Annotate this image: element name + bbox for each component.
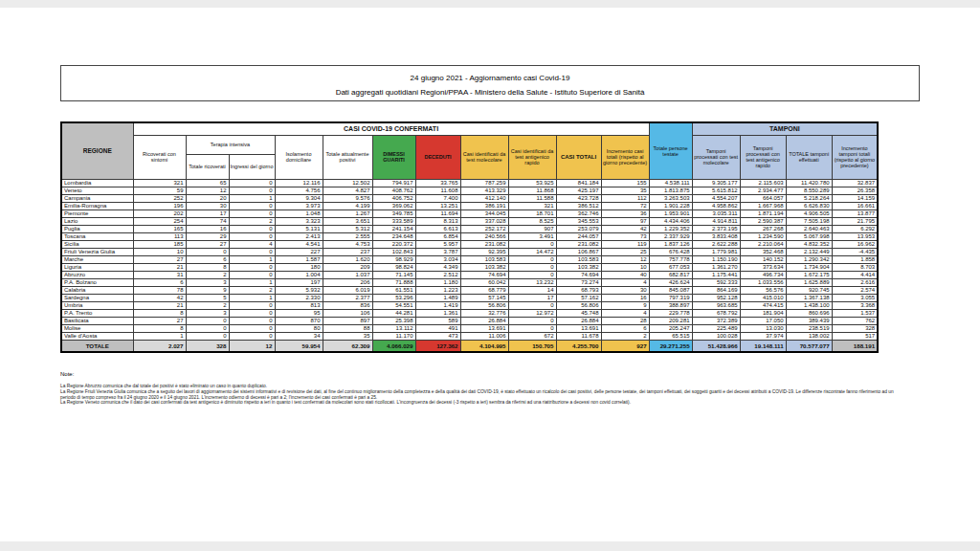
- value-cell: 14.159: [832, 194, 878, 202]
- value-cell: 8: [133, 309, 186, 317]
- value-cell: 98.824: [372, 263, 415, 271]
- value-cell: 1: [133, 332, 186, 340]
- value-cell: 3.368: [832, 301, 878, 309]
- group-header-casi-confermati: CASI COVID-19 CONFERMATI: [133, 122, 649, 135]
- notes-section: Note: La Regione Abruzzo comunica che da…: [60, 371, 902, 406]
- value-cell: 103.382: [460, 263, 508, 271]
- value-cell: 72: [601, 202, 649, 209]
- col-header-persone-testate: Totale persone testate: [649, 122, 692, 179]
- region-name-cell: Lombardia: [61, 179, 133, 187]
- table-row: Abruzzo31201.0041.03771.1452.51274.69407…: [61, 271, 878, 278]
- total-value-cell: 328: [186, 340, 229, 352]
- value-cell: 244.057: [556, 232, 601, 240]
- value-cell: 1.150.190: [692, 255, 740, 263]
- value-cell: 1.419: [415, 301, 460, 309]
- value-cell: 13.691: [460, 324, 508, 332]
- value-cell: 42: [133, 294, 186, 301]
- value-cell: 1.048: [275, 209, 323, 217]
- value-cell: 205.247: [649, 324, 692, 332]
- value-cell: 97: [601, 217, 649, 225]
- value-cell: 7.505.198: [786, 217, 832, 225]
- value-cell: 4.832.352: [786, 240, 832, 248]
- value-cell: 3.491: [508, 232, 556, 240]
- value-cell: 1.234.590: [740, 232, 786, 240]
- value-cell: 3.323: [275, 217, 323, 225]
- value-cell: 73: [601, 232, 649, 240]
- value-cell: 231.082: [460, 240, 508, 248]
- value-cell: 321: [508, 202, 556, 209]
- table-header: REGIONE CASI COVID-19 CONFERMATI Totale …: [61, 122, 878, 179]
- value-cell: 95: [275, 309, 323, 317]
- value-cell: 6: [186, 255, 229, 263]
- value-cell: 0: [229, 232, 275, 240]
- value-cell: 2: [229, 286, 275, 294]
- value-cell: 664.057: [740, 194, 786, 202]
- value-cell: 26.884: [460, 317, 508, 324]
- value-cell: 16.661: [832, 202, 878, 209]
- value-cell: 1.620: [323, 255, 372, 263]
- total-label-cell: TOTALE: [61, 340, 133, 352]
- value-cell: 0: [229, 225, 275, 232]
- value-cell: 864.169: [692, 286, 740, 294]
- value-cell: 352.468: [740, 248, 786, 255]
- value-cell: 71.888: [372, 278, 415, 286]
- value-cell: 27: [133, 317, 186, 324]
- value-cell: 4.756: [275, 187, 323, 194]
- value-cell: 3.833.408: [692, 232, 740, 240]
- value-cell: -4.435: [832, 248, 878, 255]
- value-cell: 1.180: [415, 278, 460, 286]
- total-row: TOTALE2.0273281259.95462.3094.066.029127…: [61, 340, 878, 352]
- value-cell: 1.625.889: [786, 278, 832, 286]
- value-cell: 21: [133, 263, 186, 271]
- value-cell: 1.438.100: [786, 301, 832, 309]
- value-cell: 5.067.998: [786, 232, 832, 240]
- value-cell: 27: [186, 240, 229, 248]
- value-cell: 333.589: [372, 217, 415, 225]
- value-cell: 1: [229, 194, 275, 202]
- total-value-cell: 150.705: [508, 340, 556, 352]
- value-cell: 0: [229, 271, 275, 278]
- value-cell: 4: [601, 309, 649, 317]
- value-cell: 0: [186, 324, 229, 332]
- value-cell: 206: [323, 278, 372, 286]
- table-row: P.A. Bolzano63119720671.8881.18060.04213…: [61, 278, 878, 286]
- value-cell: 372.389: [692, 317, 740, 324]
- value-cell: 2: [229, 217, 275, 225]
- region-name-cell: Umbria: [61, 301, 133, 309]
- value-cell: 4.827: [323, 187, 372, 194]
- value-cell: 592.333: [692, 278, 740, 286]
- value-cell: 8: [186, 263, 229, 271]
- value-cell: 12.116: [275, 179, 323, 187]
- value-cell: 4.541: [275, 240, 323, 248]
- value-cell: 426.624: [649, 278, 692, 286]
- value-cell: 26.884: [556, 317, 601, 324]
- value-cell: 4: [601, 278, 649, 286]
- value-cell: 74.694: [460, 271, 508, 278]
- value-cell: 113: [133, 232, 186, 240]
- value-cell: 13.232: [508, 278, 556, 286]
- value-cell: 5.218.264: [786, 194, 832, 202]
- value-cell: 3.055: [832, 294, 878, 301]
- value-cell: 237: [323, 248, 372, 255]
- value-cell: 106.867: [556, 248, 601, 255]
- value-cell: 12: [601, 255, 649, 263]
- value-cell: 98.929: [372, 255, 415, 263]
- value-cell: 234.648: [372, 232, 415, 240]
- value-cell: 92.395: [460, 248, 508, 255]
- value-cell: 33.765: [415, 179, 460, 187]
- value-cell: 907: [508, 225, 556, 232]
- value-cell: 252: [133, 194, 186, 202]
- value-cell: 13.877: [832, 209, 878, 217]
- value-cell: 2.934.477: [740, 187, 786, 194]
- value-cell: 2: [186, 301, 229, 309]
- region-name-cell: Puglia: [61, 225, 133, 232]
- value-cell: 60.042: [460, 278, 508, 286]
- value-cell: 2.377: [323, 294, 372, 301]
- report-subtitle: Dati aggregati quotidiani Regioni/PPAA -…: [61, 85, 919, 99]
- total-value-cell: 927: [601, 340, 649, 352]
- value-cell: 12.502: [323, 179, 372, 187]
- value-cell: 672: [508, 332, 556, 340]
- table-row: Emilia-Romagna1963003.9734.199369.06213.…: [61, 202, 878, 209]
- value-cell: 678.792: [692, 309, 740, 317]
- value-cell: 20: [186, 194, 229, 202]
